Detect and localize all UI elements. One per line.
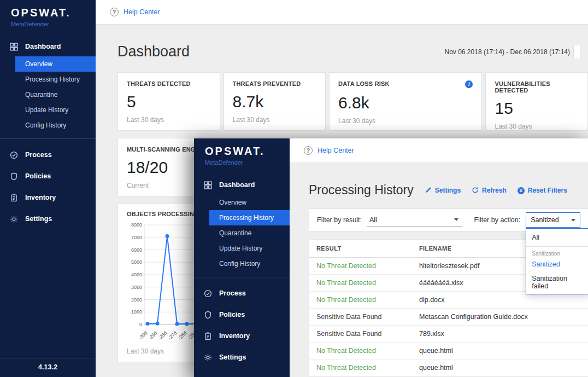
stat-card-caption: Last 30 days — [338, 117, 473, 125]
sidebar-item-config-history[interactable]: Config History — [194, 256, 290, 271]
stat-card-title-text: THREATS DETECTED — [127, 80, 191, 87]
sidebar-nav: DashboardOverviewProcessing HistoryQuara… — [194, 176, 290, 377]
dropdown-option-sanitized[interactable]: Sanitized — [526, 258, 588, 272]
processing-history-content: Processing History SettingsRefresh×Reset… — [290, 163, 588, 377]
sidebar-item-policies[interactable]: Policies — [194, 304, 290, 326]
svg-text:-30d: -30d — [138, 330, 149, 341]
sidebar-item-label: Process — [25, 151, 52, 159]
sidebar-item-overview[interactable]: Overview — [194, 195, 290, 210]
stat-card-title-text: VULNERABILITIES DETECTED — [495, 80, 579, 94]
info-icon[interactable]: i — [465, 80, 473, 88]
sidebar-item-settings[interactable]: Settings — [194, 347, 290, 368]
clipboard-icon — [10, 194, 18, 202]
gear-icon — [204, 353, 212, 362]
result-cell: No Threat Detected — [316, 279, 419, 287]
process-icon — [204, 289, 212, 298]
stat-card-title-text: DATA LOSS RISK — [338, 80, 390, 87]
stat-card-value: 6.8k — [338, 94, 473, 112]
sidebar-nav: DashboardOverviewProcessing HistoryQuara… — [0, 37, 96, 358]
sidebar-item-label: Inventory — [219, 332, 250, 340]
table-row[interactable]: No Threat Detectedqueue.html — [309, 343, 588, 359]
stat-card-title: DATA LOSS RISKi — [338, 80, 473, 88]
table-row[interactable]: No Threat Detectedqueue.html — [309, 359, 588, 376]
brand-block: OPSWAT. MetaDefender — [194, 138, 290, 171]
dropdown-option-sanitization-failed[interactable]: Sanitization failed — [526, 272, 588, 294]
sidebar-item-config-history[interactable]: Config History — [0, 118, 96, 133]
sidebar: OPSWAT. MetaDefender DashboardOverviewPr… — [194, 138, 290, 377]
screen: OPSWAT. MetaDefender DashboardOverviewPr… — [0, 0, 588, 377]
stat-card-caption: Last 30 days — [233, 116, 317, 124]
opswat-logo: OPSWAT. — [11, 7, 85, 19]
sidebar-item-dashboard[interactable]: Dashboard — [0, 37, 96, 56]
filename-cell: dlp.docx — [419, 296, 581, 304]
table-row[interactable]: Sensitive Data Found789.xlsx — [309, 326, 588, 343]
sidebar-item-update-history[interactable]: Update History — [194, 241, 290, 256]
title-row: Dashboard Nov 06 2018 (17:14) - Dec 06 2… — [117, 43, 580, 60]
filter-bar: Filter by result: All Filter by action: … — [309, 208, 588, 231]
clipboard-icon — [204, 332, 212, 340]
sidebar-item-inventory[interactable]: Inventory — [0, 187, 96, 208]
svg-text:2000: 2000 — [131, 297, 142, 303]
sidebar-item-label: Settings — [25, 215, 52, 223]
stat-card-vulnerabilities-detected: VULNERABILITIES DETECTED15Last 30 days — [485, 72, 588, 131]
sidebar-item-label: Inventory — [25, 194, 56, 202]
brand-block: OPSWAT. MetaDefender — [0, 0, 96, 33]
sidebar-item-processing-history[interactable]: Processing History — [0, 72, 96, 87]
stat-card-title: THREATS PREVENTED — [233, 80, 317, 87]
help-center-link[interactable]: Help Center — [124, 8, 160, 16]
sidebar-item-quarantine[interactable]: Quarantine — [194, 225, 290, 241]
pencil-icon — [425, 187, 432, 194]
help-icon: ? — [110, 8, 119, 16]
opswat-logo: OPSWAT. — [205, 145, 279, 158]
date-picker-edge[interactable] — [573, 45, 580, 59]
svg-text:7000: 7000 — [131, 235, 142, 240]
dropdown-option-all[interactable]: All — [526, 229, 588, 247]
result-cell: Sensitive Data Found — [316, 330, 419, 338]
stat-card-value: 8.7k — [233, 92, 317, 111]
shield-icon — [204, 311, 212, 319]
stat-card-value: 5 — [127, 92, 211, 111]
sidebar: OPSWAT. MetaDefender DashboardOverviewPr… — [0, 0, 96, 377]
nav-divider — [194, 277, 290, 277]
action-label: Refresh — [482, 187, 507, 194]
sidebar-item-processing-history[interactable]: Processing History — [209, 210, 290, 225]
svg-text:3000: 3000 — [131, 285, 142, 290]
svg-text:1000: 1000 — [131, 309, 142, 315]
settings-button[interactable]: Settings — [425, 187, 461, 194]
help-icon: ? — [304, 146, 313, 155]
action-label: Settings — [435, 187, 461, 194]
nav-divider — [0, 138, 96, 139]
filter-by-action-label: Filter by action: — [474, 216, 520, 224]
column-header-result: RESULT — [316, 245, 419, 252]
refresh-button[interactable]: Refresh — [472, 187, 507, 194]
sidebar-item-quarantine[interactable]: Quarantine — [0, 87, 96, 102]
filename-cell: 789.xlsx — [419, 330, 581, 338]
sidebar-item-policies[interactable]: Policies — [0, 166, 96, 187]
sidebar-item-process[interactable]: Process — [194, 283, 290, 304]
sidebar-item-settings[interactable]: Settings — [0, 208, 96, 230]
table-row[interactable]: Sensitive Data FoundMetascan Configurati… — [309, 309, 588, 326]
sidebar-item-overview[interactable]: Overview — [15, 56, 96, 72]
reset-filters-button[interactable]: ×Reset Filters — [518, 187, 567, 194]
help-center-link[interactable]: Help Center — [317, 147, 354, 154]
sidebar-item-update-history[interactable]: Update History — [0, 102, 96, 118]
stat-card-threats-prevented: THREATS PREVENTED8.7kLast 30 days — [224, 72, 326, 131]
page-title: Dashboard — [117, 43, 190, 60]
product-name: MetaDefender — [205, 159, 279, 166]
filter-by-result-select[interactable]: All — [367, 213, 462, 227]
sidebar-item-inventory[interactable]: Inventory — [194, 326, 290, 347]
filter-by-action-dropdown-menu: AllSanitizationSanitizedSanitization fai… — [526, 228, 588, 294]
sidebar-item-process[interactable]: Process — [0, 144, 96, 166]
filter-by-result-label: Filter by result: — [317, 216, 362, 224]
chevron-down-icon — [571, 219, 575, 222]
page-title: Processing History — [309, 183, 414, 198]
process-icon — [10, 151, 18, 159]
selected-value: All — [369, 216, 377, 224]
result-cell: No Threat Detected — [316, 347, 419, 355]
stat-card-caption: Last 30 days — [495, 123, 579, 130]
filter-by-action-select[interactable]: Sanitized AllSanitizationSanitizedSaniti… — [526, 212, 580, 228]
filename-cell: Metascan Configuration Guide.docx — [419, 313, 581, 321]
reset-icon: × — [518, 187, 525, 194]
date-range[interactable]: Nov 06 2018 (17:14) - Dec 06 2018 (17:14… — [445, 48, 570, 56]
sidebar-item-dashboard[interactable]: Dashboard — [194, 176, 290, 195]
